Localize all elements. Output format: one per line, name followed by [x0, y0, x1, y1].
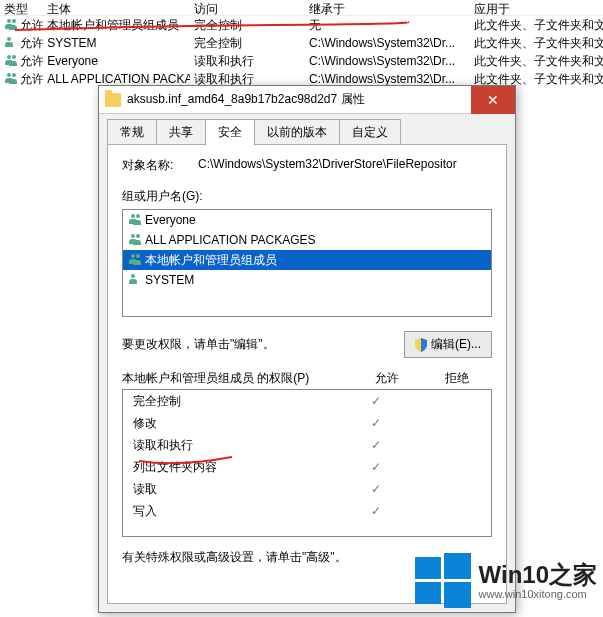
list-item-selected[interactable]: 本地帐户和管理员组成员	[123, 250, 491, 270]
svg-rect-0	[415, 557, 441, 579]
group-user-listbox[interactable]: Everyone ALL APPLICATION PACKAGES 本地帐户和管…	[122, 209, 492, 317]
table-row[interactable]: 允许 Everyone 读取和执行 C:\Windows\System32\Dr…	[0, 52, 603, 70]
user-icon	[128, 274, 142, 286]
list-item-label: SYSTEM	[145, 273, 194, 287]
permission-name: 修改	[133, 415, 341, 432]
object-path: C:\Windows\System32\DriverStore\FileRepo…	[198, 157, 492, 174]
permission-name: 列出文件夹内容	[133, 459, 341, 476]
permission-name: 完全控制	[133, 393, 341, 410]
users-icon	[128, 234, 142, 246]
allow-column-header: 允许	[352, 370, 422, 387]
bg-col-inherited: 继承于	[305, 0, 470, 15]
tabs-row: 常规 共享 安全 以前的版本 自定义	[99, 114, 515, 146]
svg-rect-3	[444, 582, 471, 608]
close-button[interactable]: ✕	[471, 86, 515, 114]
table-row[interactable]: 允许 本地帐户和管理员组成员 完全控制 无 此文件夹、子文件夹和文件	[0, 16, 603, 34]
permission-row: 读取 ✓	[123, 478, 491, 500]
edit-note: 要更改权限，请单击"编辑"。	[122, 336, 275, 353]
permission-row: 列出文件夹内容 ✓	[123, 456, 491, 478]
users-icon	[128, 214, 142, 226]
edit-button-label: 编辑(E)...	[431, 336, 481, 353]
permission-row: 完全控制 ✓	[123, 390, 491, 412]
users-icon	[4, 73, 18, 85]
permissions-for-label: 本地帐户和管理员组成员 的权限(P)	[122, 370, 352, 387]
close-icon: ✕	[487, 92, 499, 108]
users-icon	[128, 254, 142, 266]
group-list-label: 组或用户名(G):	[122, 188, 492, 205]
deny-column-header: 拒绝	[422, 370, 492, 387]
shield-icon	[415, 338, 427, 352]
check-icon: ✓	[341, 394, 411, 408]
tab-customize[interactable]: 自定义	[339, 119, 401, 146]
bg-col-access: 访问	[190, 0, 305, 15]
permission-row: 写入 ✓	[123, 500, 491, 522]
background-permissions-table: 类型 主体 访问 继承于 应用于 允许 本地帐户和管理员组成员 完全控制 无 此…	[0, 0, 603, 88]
table-row[interactable]: 允许 SYSTEM 完全控制 C:\Windows\System32\Dr...…	[0, 34, 603, 52]
properties-dialog: aksusb.inf_amd64_8a9b17b2ac98d2d7 属性 ✕ 常…	[98, 85, 516, 613]
svg-rect-2	[415, 582, 441, 604]
users-icon	[4, 55, 18, 67]
permission-row: 读取和执行 ✓	[123, 434, 491, 456]
bg-col-type: 类型	[0, 0, 43, 15]
tab-previous-versions[interactable]: 以前的版本	[254, 119, 340, 146]
folder-icon	[105, 93, 121, 107]
check-icon: ✓	[341, 482, 411, 496]
watermark: Win10之家 www.win10xitong.com	[413, 551, 597, 611]
check-icon: ✓	[341, 460, 411, 474]
tab-general[interactable]: 常规	[107, 119, 157, 146]
windows-logo-icon	[413, 551, 473, 611]
window-title: aksusb.inf_amd64_8a9b17b2ac98d2d7 属性	[127, 91, 471, 108]
bg-col-applies: 应用于	[470, 0, 603, 15]
list-item-label: 本地帐户和管理员组成员	[145, 252, 277, 269]
tab-security[interactable]: 安全	[205, 119, 255, 146]
list-item-label: ALL APPLICATION PACKAGES	[145, 233, 316, 247]
edit-button[interactable]: 编辑(E)...	[404, 331, 492, 358]
titlebar: aksusb.inf_amd64_8a9b17b2ac98d2d7 属性 ✕	[99, 86, 515, 114]
permission-name: 写入	[133, 503, 341, 520]
watermark-brand: Win10之家	[479, 562, 597, 588]
permissions-table: 完全控制 ✓ 修改 ✓ 读取和执行 ✓ 列出文件夹内容 ✓ 读取 ✓ 写入 ✓	[122, 389, 492, 537]
tab-sharing[interactable]: 共享	[156, 119, 206, 146]
list-item[interactable]: Everyone	[123, 210, 491, 230]
user-icon	[4, 37, 18, 49]
svg-rect-1	[444, 553, 471, 579]
permission-row: 修改 ✓	[123, 412, 491, 434]
check-icon: ✓	[341, 504, 411, 518]
list-item[interactable]: SYSTEM	[123, 270, 491, 290]
bg-col-principal: 主体	[43, 0, 189, 15]
object-name-label: 对象名称:	[122, 157, 198, 174]
permission-name: 读取	[133, 481, 341, 498]
list-item[interactable]: ALL APPLICATION PACKAGES	[123, 230, 491, 250]
users-icon	[4, 19, 18, 31]
bg-header-row: 类型 主体 访问 继承于 应用于	[0, 0, 603, 16]
security-tab-panel: 对象名称: C:\Windows\System32\DriverStore\Fi…	[107, 144, 507, 604]
list-item-label: Everyone	[145, 213, 196, 227]
check-icon: ✓	[341, 416, 411, 430]
watermark-url: www.win10xitong.com	[479, 588, 597, 600]
permission-name: 读取和执行	[133, 437, 341, 454]
check-icon: ✓	[341, 438, 411, 452]
